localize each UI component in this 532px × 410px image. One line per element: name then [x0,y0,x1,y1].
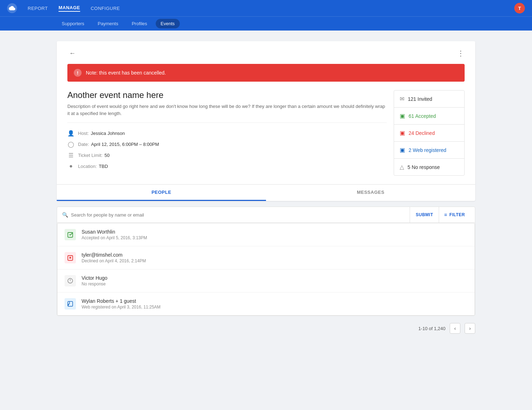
back-button[interactable]: ← [67,48,77,58]
no-response-icon: △ [400,164,404,170]
main-content: ← ⋮ ! Note: this event has been cancelle… [0,31,532,355]
subnav-profiles[interactable]: Profiles [127,19,152,28]
pagination: 1-10 of 1,240 ‹ › [57,323,475,344]
location-icon: ● [67,163,74,169]
search-icon: 🔍 [62,212,68,218]
accepted-status-icon [65,229,76,240]
pagination-range: 1-10 of 1,240 [418,326,445,331]
submit-button[interactable]: SUBMIT [410,207,439,223]
person-details: Wylan Roberts + 1 guest Web registered o… [82,298,467,310]
person-name: Wylan Roberts + 1 guest [82,298,467,304]
web-icon: ▣ [400,147,405,153]
person-details: tyler@timshel.com Declined on April 4, 2… [82,252,467,263]
tab-people[interactable]: PEOPLE [57,185,266,201]
stat-no-response[interactable]: △ 5 No response [394,159,464,175]
more-options-button[interactable]: ⋮ [457,49,465,58]
event-meta: 👤 Host: Jessica Johnson ◯ Date: April 12… [67,130,387,169]
table-row[interactable]: Susan Worthlin Accepted on April 5, 2016… [57,223,475,246]
event-tabs: PEOPLE MESSAGES [57,184,475,201]
nav-configure[interactable]: CONFIGURE [91,6,120,11]
filter-icon: ≡ [444,212,447,218]
declined-status-icon [65,252,76,263]
meta-host: 👤 Host: Jessica Johnson [67,130,387,137]
alert-text: Note: this event has been cancelled. [86,70,166,76]
person-status: Web registered on April 3, 2016, 11:25AM [82,305,467,310]
event-info: Another event name here Description of e… [67,90,387,176]
alert-icon: ! [74,69,82,77]
stats-panel: ✉ 121 Invited ▣ 61 Accepted ▣ 24 Decline… [394,90,465,176]
table-row[interactable]: Victor Hugo No response [57,269,475,293]
person-name: Victor Hugo [82,275,467,281]
app-logo [7,3,17,13]
next-page-button[interactable]: › [465,323,475,334]
stat-declined[interactable]: ▣ 24 Declined [394,125,464,142]
event-card: ← ⋮ ! Note: this event has been cancelle… [57,41,475,201]
people-section: 🔍 SUBMIT ≡ FILTER Susan Worthlin Accepte… [57,207,475,316]
web-status-icon [65,298,76,310]
location-label: Location: TBD [78,164,108,169]
declined-count: 24 Declined [409,130,435,136]
accepted-icon: ▣ [400,113,405,119]
ticket-label: Ticket Limit: 50 [78,153,110,158]
nav-report[interactable]: REPORT [28,6,48,11]
person-status: Declined on April 4, 2016, 2:14PM [82,258,467,263]
subnav-supporters[interactable]: Supporters [57,19,89,28]
search-input[interactable] [68,208,410,222]
user-avatar[interactable]: T [514,3,525,13]
person-status: No response [82,281,467,286]
search-bar: 🔍 SUBMIT ≡ FILTER [57,207,475,223]
event-description: Description of event would go right here… [67,103,387,123]
meta-date: ◯ Date: April 12, 2015, 6:00PM – 8:00PM [67,141,387,148]
stat-accepted[interactable]: ▣ 61 Accepted [394,108,464,125]
person-status: Accepted on April 5, 2016, 3:13PM [82,235,467,240]
event-title: Another event name here [67,90,387,100]
clock-icon: ◯ [67,141,74,148]
person-name: Susan Worthlin [82,229,467,235]
sub-navigation: Supporters Payments Profiles Events [0,16,532,31]
accepted-count: 61 Accepted [409,113,436,119]
people-list: Susan Worthlin Accepted on April 5, 2016… [57,223,475,316]
meta-ticket: ☰ Ticket Limit: 50 [67,152,387,159]
table-row[interactable]: Wylan Roberts + 1 guest Web registered o… [57,293,475,315]
declined-icon: ▣ [400,130,405,136]
host-label: Host: Jessica Johnson [78,131,125,136]
event-body: Another event name here Description of e… [67,90,465,176]
no-response-status-icon [65,275,76,286]
meta-location: ● Location: TBD [67,163,387,169]
stat-web[interactable]: ▣ 2 Web registered [394,142,464,159]
cancellation-alert: ! Note: this event has been cancelled. [67,64,465,82]
tab-messages[interactable]: MESSAGES [266,185,475,201]
previous-page-button[interactable]: ‹ [450,323,460,334]
person-icon: 👤 [67,130,74,137]
filter-label: FILTER [449,212,465,217]
subnav-payments[interactable]: Payments [93,19,123,28]
nav-manage[interactable]: MANAGE [59,5,80,12]
date-label: Date: April 12, 2015, 6:00PM – 8:00PM [78,142,159,147]
no-response-count: 5 No response [408,164,440,170]
mail-icon: ✉ [400,95,404,102]
ticket-icon: ☰ [67,152,74,159]
table-row[interactable]: tyler@timshel.com Declined on April 4, 2… [57,246,475,269]
subnav-events[interactable]: Events [156,19,180,28]
top-navigation: REPORT MANAGE CONFIGURE T [0,0,532,16]
person-details: Victor Hugo No response [82,275,467,286]
person-name: tyler@timshel.com [82,252,467,258]
stat-invited[interactable]: ✉ 121 Invited [394,91,464,108]
web-count: 2 Web registered [409,147,446,153]
invited-count: 121 Invited [408,96,432,102]
filter-button[interactable]: ≡ FILTER [439,207,470,223]
person-details: Susan Worthlin Accepted on April 5, 2016… [82,229,467,240]
card-header: ← ⋮ [67,48,465,58]
